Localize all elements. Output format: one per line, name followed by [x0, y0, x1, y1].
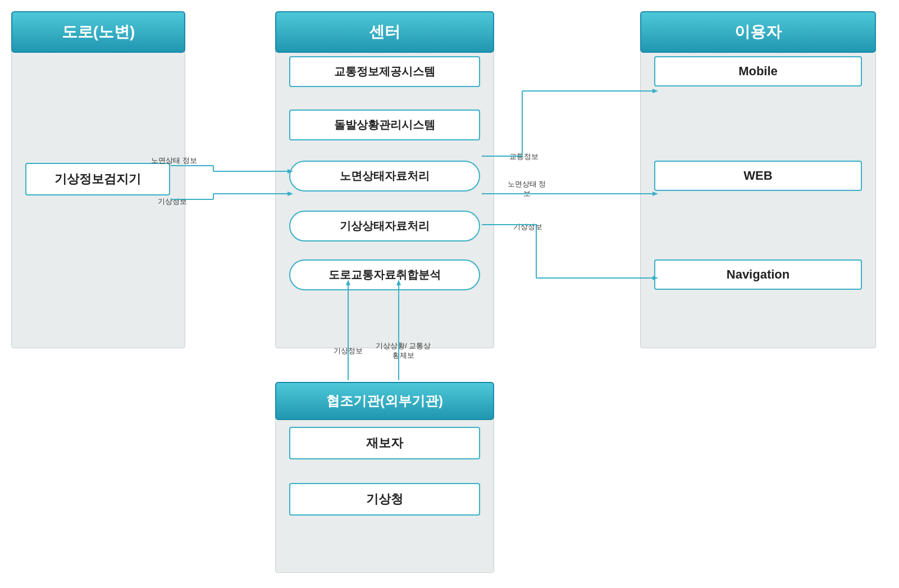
road-box-weather-sensor: 기상정보검지기 [25, 163, 170, 195]
label-center-traffic-info: 교통정보 [504, 152, 544, 162]
label-ext-situation-info: 기상상황/ 교통상황제보 [375, 341, 431, 361]
center-header: 센터 [275, 11, 494, 53]
user-header: 이용자 [640, 11, 876, 53]
road-header: 도로(노변) [11, 11, 185, 53]
user-web: WEB [654, 161, 862, 191]
external-header: 협조기관(외부기관) [275, 382, 494, 420]
label-center-weather-info: 기상정보 [508, 222, 547, 232]
label-road-node-info: 노면상태 정보 [149, 156, 199, 166]
label-road-weather-info: 기상정보 [153, 197, 192, 207]
ext-box-reporter: 재보자 [289, 427, 480, 459]
label-center-road-info: 노면상태 정보 [504, 180, 549, 199]
center-incident-mgmt-system: 돌발상황관리시스템 [289, 110, 480, 140]
center-traffic-data-analysis: 도로교통자료취합분석 [289, 259, 480, 290]
ext-box-weather-agency: 기상청 [289, 483, 480, 516]
user-mobile: Mobile [654, 56, 862, 86]
user-navigation: Navigation [654, 259, 862, 290]
center-traffic-info-system: 교통정보제공시스템 [289, 56, 480, 87]
label-ext-weather-info: 기상정보 [331, 346, 365, 356]
center-road-data-processing: 노면상태자료처리 [289, 161, 480, 192]
center-weather-data-processing: 기상상태자료처리 [289, 211, 480, 241]
diagram-container: 도로(노변) 센터 이용자 기상정보검지기 교통정보제공시스템 돌발상황관리시스… [0, 0, 899, 588]
